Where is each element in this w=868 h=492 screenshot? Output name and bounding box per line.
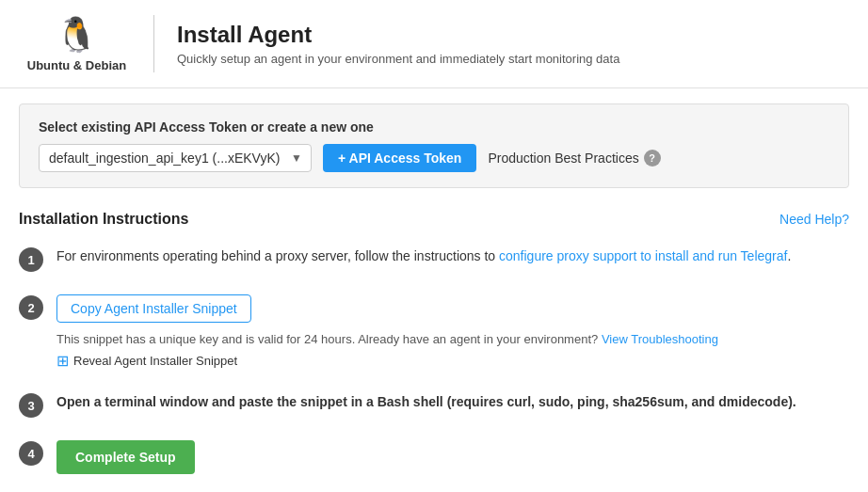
proxy-support-link[interactable]: configure proxy support to install and r…	[499, 248, 787, 263]
help-icon[interactable]: ?	[644, 150, 661, 167]
token-row: default_ingestion_api_key1 (...xEKVyK) ▼…	[39, 144, 829, 172]
instructions-title: Installation Instructions	[19, 211, 188, 228]
step-4-content: Complete Setup	[56, 440, 849, 474]
api-access-token-button[interactable]: + API Access Token	[323, 144, 476, 172]
step-3: 3 Open a terminal window and paste the s…	[19, 392, 849, 418]
step-1-number: 1	[19, 247, 43, 272]
snippet-info-text: This snippet has a unique key and is val…	[56, 332, 598, 346]
logo-label: Ubuntu & Debian	[27, 58, 126, 72]
page-subtitle: Quickly setup an agent in your environme…	[177, 52, 619, 66]
snippet-info: This snippet has a unique key and is val…	[56, 332, 849, 346]
instructions-header: Installation Instructions Need Help?	[19, 211, 849, 228]
logo-area: 🐧 Ubuntu & Debian	[23, 15, 154, 72]
step-1-text: For environments operating behind a prox…	[56, 246, 849, 266]
step-2: 2 Copy Agent Installer Snippet This snip…	[19, 294, 849, 370]
step-3-content: Open a terminal window and paste the sni…	[56, 392, 849, 412]
linux-icon: 🐧	[56, 15, 98, 55]
token-label: Select existing API Access Token or crea…	[39, 119, 829, 135]
reveal-snippet[interactable]: ⊞ Reveal Agent Installer Snippet	[56, 352, 849, 370]
step-3-number: 3	[19, 393, 43, 418]
step-1: 1 For environments operating behind a pr…	[19, 246, 849, 272]
reveal-snippet-label: Reveal Agent Installer Snippet	[73, 354, 237, 368]
step-1-text-after: .	[787, 248, 791, 263]
content-area: Installation Instructions Need Help? 1 F…	[0, 203, 868, 492]
prod-best-practices: Production Best Practices ?	[488, 150, 660, 167]
copy-agent-installer-button[interactable]: Copy Agent Installer Snippet	[56, 294, 251, 323]
token-select-wrapper: default_ingestion_api_key1 (...xEKVyK) ▼	[39, 144, 312, 172]
complete-setup-button[interactable]: Complete Setup	[56, 440, 195, 474]
step-1-text-before: For environments operating behind a prox…	[56, 248, 499, 263]
need-help-link[interactable]: Need Help?	[780, 212, 849, 227]
token-select[interactable]: default_ingestion_api_key1 (...xEKVyK)	[39, 144, 312, 172]
step-1-content: For environments operating behind a prox…	[56, 246, 849, 266]
step-3-text: Open a terminal window and paste the sni…	[56, 392, 849, 412]
page-title: Install Agent	[177, 22, 619, 48]
top-bar: 🐧 Ubuntu & Debian Install Agent Quickly …	[0, 0, 868, 88]
step-4-number: 4	[19, 441, 43, 466]
step-2-number: 2	[19, 295, 43, 320]
token-section: Select existing API Access Token or crea…	[19, 103, 849, 188]
expand-icon: ⊞	[56, 352, 69, 370]
header-text: Install Agent Quickly setup an agent in …	[177, 22, 619, 66]
view-troubleshooting-link[interactable]: View Troubleshooting	[602, 332, 718, 346]
prod-best-practices-label: Production Best Practices	[488, 151, 638, 166]
step-2-content: Copy Agent Installer Snippet This snippe…	[56, 294, 849, 370]
step-4: 4 Complete Setup	[19, 440, 849, 474]
